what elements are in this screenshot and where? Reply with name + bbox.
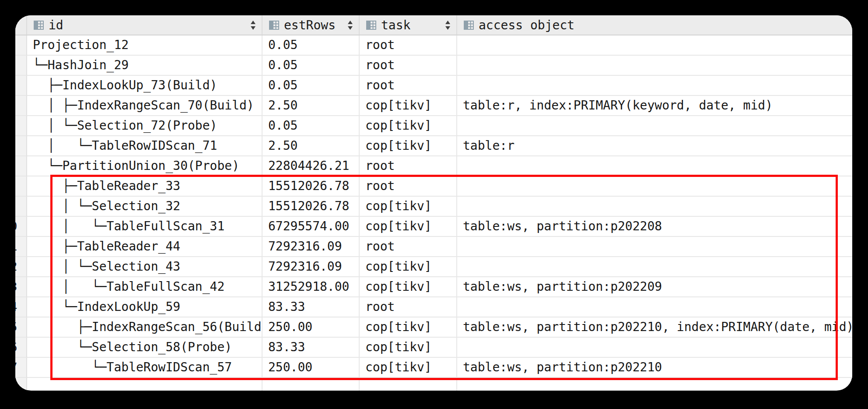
cell-estrows[interactable]: 0.05 <box>262 116 360 136</box>
row-number-cell[interactable]: 12 <box>15 257 27 277</box>
cell-id[interactable]: │ └─Selection_32 <box>27 197 262 217</box>
cell-estrows[interactable]: 67295574.00 <box>262 217 360 237</box>
cell-access-object[interactable] <box>457 116 852 136</box>
cell-estrows[interactable]: 31252918.00 <box>262 277 360 297</box>
column-header-id[interactable]: id <box>27 15 262 35</box>
table-body: 1 Projection_12 0.05 root 2 └─HashJoin_2… <box>15 35 852 378</box>
cell-estrows[interactable]: 15512026.78 <box>262 197 360 217</box>
row-number-cell[interactable]: 17 <box>15 358 27 378</box>
row-number-cell[interactable]: 8 <box>15 176 27 197</box>
cell-task[interactable]: root <box>360 35 457 56</box>
cell-access-object[interactable]: table:r <box>457 136 852 156</box>
row-number-cell[interactable]: 2 <box>15 56 27 76</box>
cell-id[interactable]: Projection_12 <box>27 35 262 56</box>
column-header-estrows[interactable]: estRows <box>262 15 360 35</box>
cell-id[interactable]: └─PartitionUnion_30(Probe) <box>27 156 262 176</box>
cell-estrows[interactable]: 2.50 <box>262 136 360 156</box>
sort-arrows-icon[interactable] <box>347 20 354 30</box>
cell-task[interactable]: cop[tikv] <box>360 116 457 136</box>
cell-id[interactable]: ├─TableReader_33 <box>27 176 262 197</box>
cell-access-object[interactable] <box>457 156 852 176</box>
cell-estrows[interactable]: 22804426.21 <box>262 156 360 176</box>
cell-estrows[interactable]: 7292316.09 <box>262 237 360 257</box>
cell-task[interactable]: root <box>360 76 457 96</box>
row-number-cell[interactable]: 1 <box>15 35 27 56</box>
table-row: 8 ├─TableReader_33 15512026.78 root <box>15 176 852 197</box>
row-number-cell[interactable]: 10 <box>15 217 27 237</box>
column-header-task[interactable]: task <box>360 15 457 35</box>
cell-estrows[interactable]: 0.05 <box>262 56 360 76</box>
cell-id[interactable]: ├─IndexLookUp_73(Build) <box>27 76 262 96</box>
cell-access-object[interactable] <box>457 56 852 76</box>
row-number-cell[interactable]: 15 <box>15 317 27 338</box>
row-number-cell[interactable]: 13 <box>15 277 27 297</box>
cell-id[interactable]: ├─IndexRangeScan_56(Build) <box>27 317 262 338</box>
cell-estrows[interactable]: 0.05 <box>262 35 360 56</box>
row-number-cell[interactable]: 3 <box>15 76 27 96</box>
cell-id[interactable]: │ └─TableRowIDScan_71 <box>27 136 262 156</box>
cell-estrows[interactable]: 15512026.78 <box>262 176 360 197</box>
cell-task[interactable]: root <box>360 56 457 76</box>
cell-task[interactable]: cop[tikv] <box>360 277 457 297</box>
cell-task[interactable]: cop[tikv] <box>360 338 457 358</box>
row-number-cell[interactable]: 4 <box>15 96 27 116</box>
cell-estrows[interactable]: 250.00 <box>262 317 360 338</box>
table-column-icon <box>268 19 280 31</box>
row-number-cell[interactable]: 5 <box>15 116 27 136</box>
cell-access-object[interactable]: table:ws, partition:p202209 <box>457 277 852 297</box>
column-label-access-object: access object <box>479 18 574 32</box>
cell-task[interactable]: root <box>360 297 457 317</box>
row-number-cell[interactable]: 11 <box>15 237 27 257</box>
cell-access-object[interactable]: table:ws, partition:p202210, index:PRIMA… <box>457 317 852 338</box>
cell-id[interactable]: │ └─TableFullScan_31 <box>27 217 262 237</box>
cell-estrows[interactable]: 83.33 <box>262 297 360 317</box>
cell-task[interactable]: cop[tikv] <box>360 136 457 156</box>
cell-estrows[interactable]: 250.00 <box>262 358 360 378</box>
cell-task[interactable]: cop[tikv] <box>360 358 457 378</box>
cell-access-object[interactable] <box>457 197 852 217</box>
cell-task[interactable]: cop[tikv] <box>360 257 457 277</box>
cell-access-object[interactable] <box>457 297 852 317</box>
cell-id[interactable]: │ ├─IndexRangeScan_70(Build) <box>27 96 262 116</box>
cell-task[interactable]: root <box>360 176 457 197</box>
cell-id[interactable]: └─HashJoin_29 <box>27 56 262 76</box>
cell-id[interactable]: └─TableRowIDScan_57 <box>27 358 262 378</box>
row-number-cell[interactable]: 14 <box>15 297 27 317</box>
table-row: 4 │ ├─IndexRangeScan_70(Build) 2.50 cop[… <box>15 96 852 116</box>
cell-task[interactable]: cop[tikv] <box>360 317 457 338</box>
cell-access-object[interactable] <box>457 338 852 358</box>
cell-task[interactable]: cop[tikv] <box>360 96 457 116</box>
cell-id[interactable]: └─IndexLookUp_59 <box>27 297 262 317</box>
cell-task[interactable]: cop[tikv] <box>360 197 457 217</box>
column-header-access-object[interactable]: access object <box>457 15 852 35</box>
screen-background: id estRows <box>0 0 868 409</box>
cell-estrows[interactable]: 0.05 <box>262 76 360 96</box>
row-number-cell[interactable]: 16 <box>15 338 27 358</box>
cell-id[interactable]: │ └─TableFullScan_42 <box>27 277 262 297</box>
cell-task[interactable]: root <box>360 237 457 257</box>
row-number-cell[interactable]: 9 <box>15 197 27 217</box>
cell-task[interactable]: cop[tikv] <box>360 217 457 237</box>
table-header-row: id estRows <box>15 15 852 35</box>
row-number-cell[interactable]: 7 <box>15 156 27 176</box>
table-row: 15 ├─IndexRangeScan_56(Build) 250.00 cop… <box>15 317 852 338</box>
cell-id[interactable]: │ └─Selection_72(Probe) <box>27 116 262 136</box>
cell-access-object[interactable]: table:r, index:PRIMARY(keyword, date, mi… <box>457 96 852 116</box>
sort-arrows-icon[interactable] <box>250 20 256 30</box>
cell-id[interactable]: └─Selection_58(Probe) <box>27 338 262 358</box>
cell-access-object[interactable] <box>457 76 852 96</box>
cell-access-object[interactable]: table:ws, partition:p202210 <box>457 358 852 378</box>
cell-access-object[interactable] <box>457 35 852 56</box>
cell-estrows[interactable]: 7292316.09 <box>262 257 360 277</box>
cell-task[interactable]: root <box>360 156 457 176</box>
cell-access-object[interactable] <box>457 237 852 257</box>
cell-access-object[interactable] <box>457 176 852 197</box>
cell-access-object[interactable] <box>457 257 852 277</box>
cell-id[interactable]: │ └─Selection_43 <box>27 257 262 277</box>
cell-id[interactable]: ├─TableReader_44 <box>27 237 262 257</box>
row-number-cell[interactable]: 6 <box>15 136 27 156</box>
sort-arrows-icon[interactable] <box>444 20 451 30</box>
cell-estrows[interactable]: 83.33 <box>262 338 360 358</box>
cell-estrows[interactable]: 2.50 <box>262 96 360 116</box>
cell-access-object[interactable]: table:ws, partition:p202208 <box>457 217 852 237</box>
